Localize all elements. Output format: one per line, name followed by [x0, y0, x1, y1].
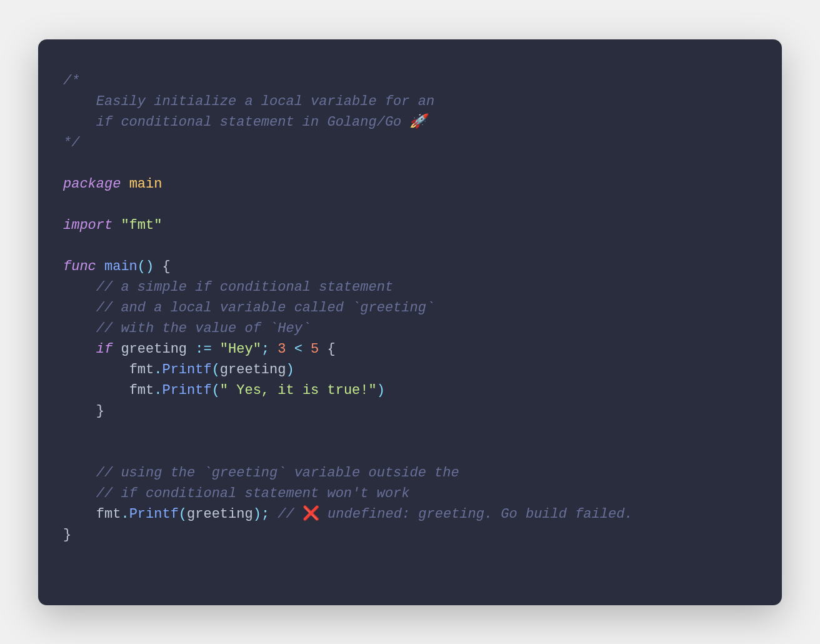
- pkg-ref: fmt: [96, 506, 121, 522]
- rparen: ): [253, 506, 261, 522]
- line-comment: // using the `greeting` variable outside…: [63, 465, 459, 481]
- import-path: "fmt": [121, 218, 162, 233]
- line-comment: // and a local variable called `greeting…: [63, 300, 434, 316]
- package-name: main: [129, 176, 162, 192]
- string-literal: "Hey": [220, 341, 261, 357]
- block-comment-close: */: [63, 135, 79, 151]
- space: [286, 341, 294, 357]
- space: [112, 341, 121, 357]
- dot: .: [121, 506, 129, 522]
- arg: greeting: [187, 506, 253, 522]
- rparen: ): [377, 383, 385, 398]
- string-literal: " Yes, it is true!": [220, 383, 377, 398]
- dot: .: [154, 383, 162, 398]
- number-literal: 3: [278, 341, 286, 357]
- rparen: ): [286, 362, 294, 378]
- func-keyword: func: [63, 259, 96, 274]
- line-comment: // with the value of `Hey`: [63, 321, 311, 336]
- assign-op: :=: [195, 341, 211, 357]
- semicolon: ;: [261, 341, 269, 357]
- indent: [63, 506, 96, 522]
- pkg-ref: fmt: [129, 383, 154, 398]
- var-name: greeting: [121, 341, 187, 357]
- space: [187, 341, 195, 357]
- space: [269, 506, 278, 522]
- if-keyword: if: [96, 341, 112, 357]
- line-comment: // a simple if conditional statement: [63, 279, 393, 295]
- block-comment-open: /*: [63, 73, 79, 89]
- lparen: (: [212, 383, 220, 398]
- func-call: Printf: [162, 383, 211, 398]
- close-brace: }: [63, 403, 104, 419]
- space: [269, 341, 278, 357]
- semicolon: ;: [261, 506, 269, 522]
- func-open-brace: {: [154, 259, 170, 274]
- code-card: /* Easily initialize a local variable fo…: [38, 39, 782, 605]
- pkg-ref: fmt: [129, 362, 154, 378]
- indent: [63, 362, 129, 378]
- space: [212, 341, 220, 357]
- func-parens: (): [138, 259, 154, 274]
- number-literal: 5: [311, 341, 319, 357]
- lt-op: <: [294, 341, 302, 357]
- lparen: (: [212, 362, 220, 378]
- import-keyword: import: [63, 218, 112, 233]
- space: [302, 341, 311, 357]
- dot: .: [154, 362, 162, 378]
- comment-rest: undefined: greeting. Go build failed.: [319, 506, 633, 522]
- code-block: /* Easily initialize a local variable fo…: [63, 71, 757, 545]
- line-comment: // if conditional statement won't work: [63, 486, 410, 501]
- func-call: Printf: [162, 362, 211, 378]
- func-call: Printf: [129, 506, 179, 522]
- package-keyword: package: [63, 176, 121, 192]
- close-brace: }: [63, 527, 71, 543]
- comment-prefix: //: [278, 506, 302, 522]
- cross-mark-icon: ❌: [302, 506, 319, 522]
- block-comment-line2: if conditional statement in Golang/Go 🚀: [63, 114, 427, 130]
- indent: [63, 341, 96, 357]
- open-brace: {: [328, 341, 336, 357]
- arg: greeting: [220, 362, 286, 378]
- func-name: main: [104, 259, 138, 274]
- trailing-comment: // ❌ undefined: greeting. Go build faile…: [278, 506, 632, 522]
- lparen: (: [179, 506, 187, 522]
- block-comment-line1: Easily initialize a local variable for a…: [63, 94, 434, 109]
- space: [319, 341, 327, 357]
- indent: [63, 383, 129, 398]
